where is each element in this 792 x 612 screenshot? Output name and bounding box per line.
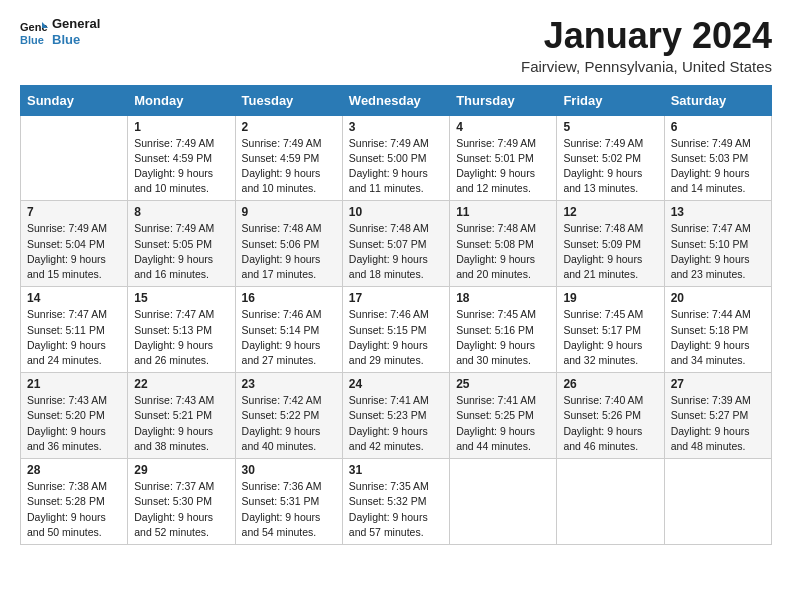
day-info: Sunrise: 7:43 AMSunset: 5:20 PMDaylight:…: [27, 393, 121, 454]
day-info: Sunrise: 7:37 AMSunset: 5:30 PMDaylight:…: [134, 479, 228, 540]
logo-line2: Blue: [52, 32, 100, 48]
calendar-cell: 22Sunrise: 7:43 AMSunset: 5:21 PMDayligh…: [128, 373, 235, 459]
day-number: 12: [563, 205, 657, 219]
day-number: 25: [456, 377, 550, 391]
day-info: Sunrise: 7:49 AMSunset: 5:04 PMDaylight:…: [27, 221, 121, 282]
day-info: Sunrise: 7:48 AMSunset: 5:09 PMDaylight:…: [563, 221, 657, 282]
calendar-cell: 10Sunrise: 7:48 AMSunset: 5:07 PMDayligh…: [342, 201, 449, 287]
day-number: 29: [134, 463, 228, 477]
logo-icon: General Blue: [20, 18, 48, 46]
calendar-cell: 27Sunrise: 7:39 AMSunset: 5:27 PMDayligh…: [664, 373, 771, 459]
calendar-cell: 13Sunrise: 7:47 AMSunset: 5:10 PMDayligh…: [664, 201, 771, 287]
day-number: 4: [456, 120, 550, 134]
day-number: 9: [242, 205, 336, 219]
day-info: Sunrise: 7:47 AMSunset: 5:10 PMDaylight:…: [671, 221, 765, 282]
day-info: Sunrise: 7:42 AMSunset: 5:22 PMDaylight:…: [242, 393, 336, 454]
day-info: Sunrise: 7:39 AMSunset: 5:27 PMDaylight:…: [671, 393, 765, 454]
day-info: Sunrise: 7:49 AMSunset: 4:59 PMDaylight:…: [242, 136, 336, 197]
logo: General Blue General Blue: [20, 16, 100, 47]
day-info: Sunrise: 7:36 AMSunset: 5:31 PMDaylight:…: [242, 479, 336, 540]
calendar-cell: 6Sunrise: 7:49 AMSunset: 5:03 PMDaylight…: [664, 115, 771, 201]
day-number: 18: [456, 291, 550, 305]
day-info: Sunrise: 7:45 AMSunset: 5:16 PMDaylight:…: [456, 307, 550, 368]
logo-line1: General: [52, 16, 100, 32]
day-number: 30: [242, 463, 336, 477]
calendar-cell: 7Sunrise: 7:49 AMSunset: 5:04 PMDaylight…: [21, 201, 128, 287]
month-title: January 2024: [521, 16, 772, 56]
day-number: 28: [27, 463, 121, 477]
calendar-cell: [450, 459, 557, 545]
day-info: Sunrise: 7:49 AMSunset: 5:01 PMDaylight:…: [456, 136, 550, 197]
calendar-cell: 14Sunrise: 7:47 AMSunset: 5:11 PMDayligh…: [21, 287, 128, 373]
week-row-3: 14Sunrise: 7:47 AMSunset: 5:11 PMDayligh…: [21, 287, 772, 373]
day-number: 6: [671, 120, 765, 134]
calendar-cell: 17Sunrise: 7:46 AMSunset: 5:15 PMDayligh…: [342, 287, 449, 373]
calendar-cell: 29Sunrise: 7:37 AMSunset: 5:30 PMDayligh…: [128, 459, 235, 545]
day-info: Sunrise: 7:48 AMSunset: 5:06 PMDaylight:…: [242, 221, 336, 282]
day-number: 11: [456, 205, 550, 219]
weekday-header-tuesday: Tuesday: [235, 85, 342, 115]
calendar-cell: [557, 459, 664, 545]
day-number: 15: [134, 291, 228, 305]
calendar-cell: 16Sunrise: 7:46 AMSunset: 5:14 PMDayligh…: [235, 287, 342, 373]
day-number: 13: [671, 205, 765, 219]
day-number: 19: [563, 291, 657, 305]
weekday-header-friday: Friday: [557, 85, 664, 115]
day-number: 24: [349, 377, 443, 391]
calendar-cell: 24Sunrise: 7:41 AMSunset: 5:23 PMDayligh…: [342, 373, 449, 459]
day-info: Sunrise: 7:44 AMSunset: 5:18 PMDaylight:…: [671, 307, 765, 368]
location-title: Fairview, Pennsylvania, United States: [521, 58, 772, 75]
header: General Blue General Blue January 2024 F…: [20, 16, 772, 75]
day-number: 17: [349, 291, 443, 305]
day-info: Sunrise: 7:49 AMSunset: 5:05 PMDaylight:…: [134, 221, 228, 282]
calendar-cell: 31Sunrise: 7:35 AMSunset: 5:32 PMDayligh…: [342, 459, 449, 545]
calendar-cell: 2Sunrise: 7:49 AMSunset: 4:59 PMDaylight…: [235, 115, 342, 201]
week-row-2: 7Sunrise: 7:49 AMSunset: 5:04 PMDaylight…: [21, 201, 772, 287]
calendar-cell: 20Sunrise: 7:44 AMSunset: 5:18 PMDayligh…: [664, 287, 771, 373]
calendar-cell: 8Sunrise: 7:49 AMSunset: 5:05 PMDaylight…: [128, 201, 235, 287]
calendar-cell: 23Sunrise: 7:42 AMSunset: 5:22 PMDayligh…: [235, 373, 342, 459]
calendar-cell: 21Sunrise: 7:43 AMSunset: 5:20 PMDayligh…: [21, 373, 128, 459]
day-number: 20: [671, 291, 765, 305]
day-number: 3: [349, 120, 443, 134]
title-area: January 2024 Fairview, Pennsylvania, Uni…: [521, 16, 772, 75]
day-number: 22: [134, 377, 228, 391]
day-info: Sunrise: 7:49 AMSunset: 5:02 PMDaylight:…: [563, 136, 657, 197]
day-info: Sunrise: 7:49 AMSunset: 4:59 PMDaylight:…: [134, 136, 228, 197]
day-info: Sunrise: 7:41 AMSunset: 5:25 PMDaylight:…: [456, 393, 550, 454]
day-info: Sunrise: 7:47 AMSunset: 5:13 PMDaylight:…: [134, 307, 228, 368]
calendar-cell: 4Sunrise: 7:49 AMSunset: 5:01 PMDaylight…: [450, 115, 557, 201]
day-info: Sunrise: 7:48 AMSunset: 5:08 PMDaylight:…: [456, 221, 550, 282]
day-number: 2: [242, 120, 336, 134]
weekday-header-sunday: Sunday: [21, 85, 128, 115]
weekday-header-monday: Monday: [128, 85, 235, 115]
weekday-header-thursday: Thursday: [450, 85, 557, 115]
day-info: Sunrise: 7:49 AMSunset: 5:00 PMDaylight:…: [349, 136, 443, 197]
day-info: Sunrise: 7:38 AMSunset: 5:28 PMDaylight:…: [27, 479, 121, 540]
day-info: Sunrise: 7:49 AMSunset: 5:03 PMDaylight:…: [671, 136, 765, 197]
day-info: Sunrise: 7:41 AMSunset: 5:23 PMDaylight:…: [349, 393, 443, 454]
day-info: Sunrise: 7:35 AMSunset: 5:32 PMDaylight:…: [349, 479, 443, 540]
day-number: 5: [563, 120, 657, 134]
calendar-cell: 9Sunrise: 7:48 AMSunset: 5:06 PMDaylight…: [235, 201, 342, 287]
calendar-cell: 3Sunrise: 7:49 AMSunset: 5:00 PMDaylight…: [342, 115, 449, 201]
day-number: 1: [134, 120, 228, 134]
day-info: Sunrise: 7:46 AMSunset: 5:14 PMDaylight:…: [242, 307, 336, 368]
day-info: Sunrise: 7:45 AMSunset: 5:17 PMDaylight:…: [563, 307, 657, 368]
weekday-header-saturday: Saturday: [664, 85, 771, 115]
day-number: 27: [671, 377, 765, 391]
svg-text:Blue: Blue: [20, 34, 44, 46]
header-row: SundayMondayTuesdayWednesdayThursdayFrid…: [21, 85, 772, 115]
week-row-1: 1Sunrise: 7:49 AMSunset: 4:59 PMDaylight…: [21, 115, 772, 201]
day-number: 7: [27, 205, 121, 219]
day-number: 16: [242, 291, 336, 305]
day-number: 26: [563, 377, 657, 391]
calendar-cell: 12Sunrise: 7:48 AMSunset: 5:09 PMDayligh…: [557, 201, 664, 287]
calendar-cell: 28Sunrise: 7:38 AMSunset: 5:28 PMDayligh…: [21, 459, 128, 545]
day-info: Sunrise: 7:46 AMSunset: 5:15 PMDaylight:…: [349, 307, 443, 368]
calendar-cell: [664, 459, 771, 545]
calendar-table: SundayMondayTuesdayWednesdayThursdayFrid…: [20, 85, 772, 545]
calendar-cell: [21, 115, 128, 201]
calendar-cell: 5Sunrise: 7:49 AMSunset: 5:02 PMDaylight…: [557, 115, 664, 201]
day-info: Sunrise: 7:48 AMSunset: 5:07 PMDaylight:…: [349, 221, 443, 282]
